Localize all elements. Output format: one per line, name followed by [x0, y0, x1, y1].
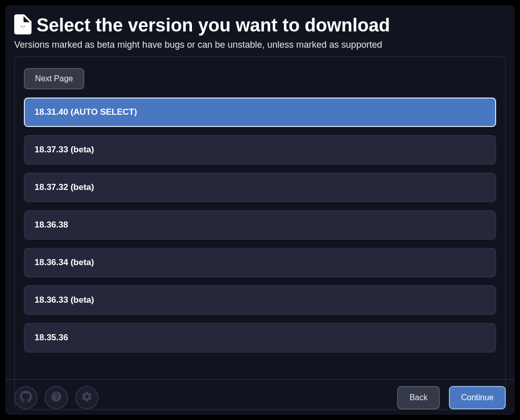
footer-icons	[14, 386, 99, 409]
version-item[interactable]: 18.37.33 (beta)	[24, 135, 496, 165]
version-item[interactable]: 18.36.33 (beta)	[24, 285, 496, 315]
version-label: 18.36.33 (beta)	[35, 295, 94, 305]
version-label: 18.37.33 (beta)	[35, 145, 94, 154]
version-panel: Next Page 18.31.40 (AUTO SELECT) 18.37.3…	[14, 56, 506, 410]
version-label: 18.36.38	[35, 220, 68, 230]
version-label: 18.36.34 (beta)	[35, 257, 94, 267]
help-button[interactable]	[45, 386, 68, 409]
continue-button[interactable]: Continue	[449, 386, 506, 409]
version-label: 18.37.32 (beta)	[35, 182, 94, 192]
footer-actions: Back Continue	[397, 386, 506, 409]
version-item[interactable]: 18.37.32 (beta)	[24, 173, 496, 202]
version-item[interactable]: 18.31.40 (AUTO SELECT)	[24, 98, 496, 127]
page-title: Select the version you want to download	[37, 15, 390, 36]
gear-icon	[81, 391, 93, 405]
file-download-icon	[14, 14, 31, 37]
version-label: 18.35.36	[35, 333, 68, 342]
version-item[interactable]: 18.36.34 (beta)	[24, 248, 496, 277]
version-label: 18.31.40 (AUTO SELECT)	[35, 107, 137, 117]
version-list: 18.31.40 (AUTO SELECT) 18.37.33 (beta) 1…	[24, 98, 496, 352]
github-button[interactable]	[14, 386, 38, 409]
title-row: Select the version you want to download	[14, 14, 506, 37]
help-icon	[50, 391, 62, 405]
footer: Back Continue	[5, 379, 515, 415]
back-button[interactable]: Back	[397, 386, 440, 409]
github-icon	[20, 391, 32, 405]
page-subtitle: Versions marked as beta might have bugs …	[14, 40, 506, 50]
settings-button[interactable]	[75, 386, 99, 409]
header: Select the version you want to download …	[14, 14, 506, 50]
version-item[interactable]: 18.35.36	[24, 323, 496, 352]
version-select-window: Select the version you want to download …	[5, 5, 515, 415]
version-item[interactable]: 18.36.38	[24, 210, 496, 240]
next-page-button[interactable]: Next Page	[24, 68, 84, 89]
